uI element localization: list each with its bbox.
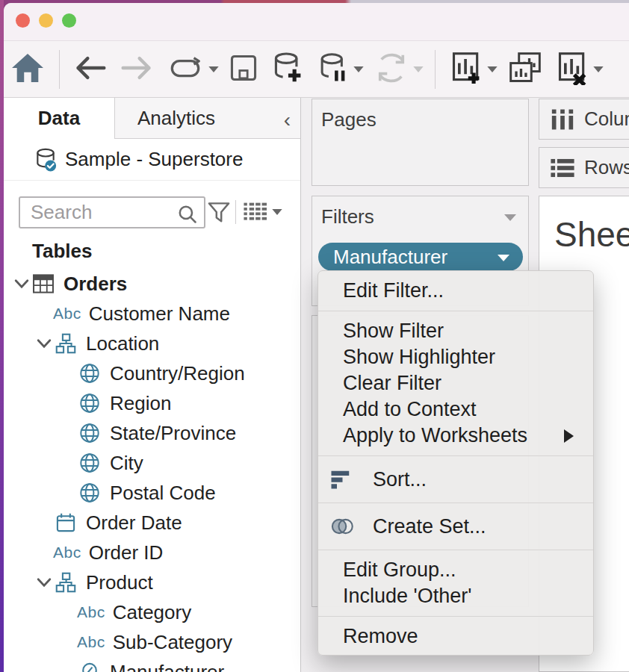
sort-icon bbox=[329, 468, 362, 491]
data-pane: Data Analytics ‹ Sample - Superstore bbox=[4, 98, 301, 672]
menu-item-edit-filter[interactable]: Edit Filter... bbox=[318, 278, 593, 304]
tab-analytics[interactable]: Analytics ‹ bbox=[114, 98, 301, 139]
menu-item-show-filter[interactable]: Show Filter bbox=[318, 318, 593, 344]
filters-label: Filters bbox=[321, 205, 374, 228]
collapse-pane-icon[interactable]: ‹ bbox=[284, 108, 291, 132]
duplicate-sheet-button[interactable] bbox=[501, 49, 549, 90]
screenshot-stage: Data Analytics ‹ Sample - Superstore bbox=[0, 0, 629, 672]
tableau-window: Data Analytics ‹ Sample - Superstore bbox=[4, 3, 629, 672]
clear-sheet-button[interactable] bbox=[549, 49, 595, 90]
chevron-expanded-icon[interactable] bbox=[13, 279, 31, 289]
pages-shelf[interactable]: Pages bbox=[312, 99, 529, 186]
field-row-customer-name[interactable]: AbcCustomer Name bbox=[4, 299, 300, 329]
search-input[interactable] bbox=[29, 199, 171, 225]
menu-item-label: Show Highlighter bbox=[343, 346, 495, 368]
field-row-region[interactable]: Region bbox=[4, 388, 300, 418]
field-row-country-region[interactable]: Country/Region bbox=[4, 358, 300, 388]
new-worksheet-icon bbox=[450, 51, 483, 88]
field-row-category[interactable]: AbcCategory bbox=[4, 597, 300, 627]
grid-view-icon[interactable] bbox=[243, 202, 267, 223]
menu-item-remove[interactable]: Remove bbox=[318, 623, 593, 650]
abc-icon: Abc bbox=[53, 544, 81, 561]
pause-updates-cylinder-icon bbox=[317, 52, 349, 87]
refresh-button[interactable] bbox=[368, 49, 415, 90]
field-row-postal-code[interactable]: Postal Code bbox=[4, 478, 300, 508]
menu-item-include-other[interactable]: Include 'Other' bbox=[318, 583, 593, 609]
columns-label: Columns bbox=[584, 108, 629, 131]
titlebar bbox=[4, 3, 629, 41]
field-label: Location bbox=[86, 332, 159, 355]
search-row bbox=[4, 181, 300, 233]
menu-item-label: Show Filter bbox=[343, 320, 444, 342]
field-label: Manufacturer bbox=[110, 661, 224, 672]
search-box[interactable] bbox=[19, 196, 205, 228]
back-arrow-icon bbox=[74, 55, 107, 84]
field-row-manufacturer[interactable]: Manufacturer bbox=[4, 657, 300, 672]
menu-item-edit-group[interactable]: Edit Group... bbox=[318, 557, 593, 583]
datasource-row[interactable]: Sample - Superstore bbox=[4, 139, 300, 181]
menu-item-add-to-context[interactable]: Add to Context bbox=[318, 396, 593, 423]
menu-item-sort[interactable]: Sort... bbox=[318, 463, 593, 496]
funnel-icon[interactable] bbox=[207, 200, 231, 224]
forward-arrow-icon bbox=[120, 55, 153, 84]
menu-item-apply-to-worksheets[interactable]: Apply to Worksheets bbox=[318, 423, 593, 449]
pill-caret-icon[interactable] bbox=[498, 255, 509, 261]
home-icon bbox=[10, 52, 45, 87]
field-row-city[interactable]: City bbox=[4, 448, 300, 478]
pause-auto-updates-button[interactable] bbox=[311, 49, 356, 90]
redo-caret-icon[interactable] bbox=[208, 65, 223, 74]
columns-shelf[interactable]: Columns bbox=[539, 99, 629, 140]
home-button[interactable] bbox=[4, 49, 52, 90]
add-data-button[interactable] bbox=[264, 49, 311, 90]
menu-item-create-set[interactable]: Create Set... bbox=[318, 510, 593, 543]
menu-section: Edit Filter... bbox=[318, 271, 593, 311]
chevron-expanded-icon[interactable] bbox=[35, 338, 53, 349]
pause-auto-updates-caret-icon[interactable] bbox=[353, 65, 368, 74]
field-list: OrdersAbcCustomer NameLocationCountry/Re… bbox=[4, 269, 300, 672]
field-row-order-date[interactable]: Order Date bbox=[4, 508, 300, 538]
zoom-button[interactable] bbox=[62, 13, 76, 28]
forward-button[interactable] bbox=[114, 49, 160, 90]
field-row-order-id[interactable]: AbcOrder ID bbox=[4, 538, 300, 567]
caret-down-icon[interactable] bbox=[271, 208, 283, 217]
field-row-product[interactable]: Product bbox=[4, 567, 300, 597]
close-button[interactable] bbox=[16, 13, 30, 28]
menu-item-clear-filter[interactable]: Clear Filter bbox=[318, 370, 593, 396]
minimize-button[interactable] bbox=[39, 13, 53, 28]
filters-card-caret-icon[interactable] bbox=[504, 214, 516, 221]
field-row-state-province[interactable]: State/Province bbox=[4, 418, 300, 448]
refresh-icon bbox=[374, 52, 409, 87]
divider bbox=[235, 200, 236, 224]
datasource-name: Sample - Superstore bbox=[65, 148, 243, 171]
clear-sheet-icon bbox=[556, 51, 589, 88]
filter-context-menu: Edit Filter...Show FilterShow Highlighte… bbox=[317, 270, 594, 656]
set-icon bbox=[329, 515, 362, 538]
new-worksheet-button[interactable] bbox=[443, 49, 489, 90]
field-label: City bbox=[110, 452, 143, 475]
toolbar-separator bbox=[59, 50, 60, 89]
submenu-arrow-icon bbox=[564, 429, 574, 443]
field-row-location[interactable]: Location bbox=[4, 329, 300, 358]
chevron-expanded-icon[interactable] bbox=[35, 577, 53, 588]
back-button[interactable] bbox=[67, 49, 114, 90]
new-worksheet-caret-icon[interactable] bbox=[486, 65, 501, 74]
hierarchy-icon bbox=[53, 333, 78, 354]
save-button[interactable] bbox=[223, 49, 264, 90]
rows-shelf[interactable]: Rows bbox=[539, 147, 629, 188]
menu-item-show-highlighter[interactable]: Show Highlighter bbox=[318, 344, 593, 370]
rows-label: Rows bbox=[584, 156, 629, 179]
field-row-sub-category[interactable]: AbcSub-Category bbox=[4, 627, 300, 657]
hierarchy-icon bbox=[53, 572, 78, 593]
menu-item-label: Edit Group... bbox=[343, 559, 456, 581]
field-label: Postal Code bbox=[110, 482, 216, 505]
tab-data[interactable]: Data bbox=[4, 98, 114, 139]
field-label: Product bbox=[86, 571, 153, 594]
clear-sheet-caret-icon[interactable] bbox=[592, 65, 607, 74]
field-label: Order Date bbox=[86, 511, 182, 535]
filter-pill-manufacturer[interactable]: Manufacturer bbox=[318, 243, 523, 271]
field-row-orders[interactable]: Orders bbox=[4, 269, 300, 299]
refresh-caret-icon[interactable] bbox=[412, 65, 427, 74]
globe-icon bbox=[77, 482, 102, 503]
redo-button[interactable] bbox=[160, 49, 211, 90]
group-icon bbox=[77, 662, 102, 672]
